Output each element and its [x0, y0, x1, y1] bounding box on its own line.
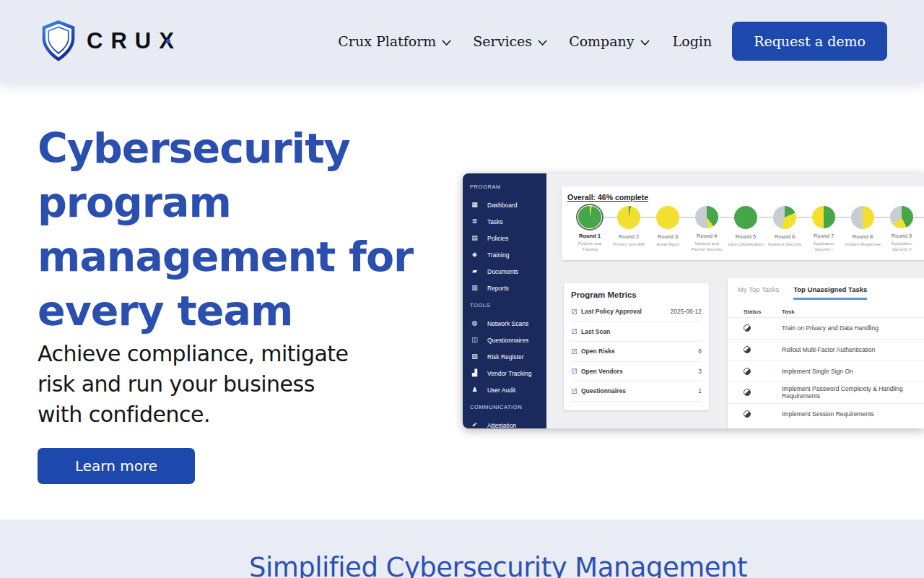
tasks-table-header: Status Task: [728, 306, 924, 317]
sidebar-section-tools: TOOLS: [463, 299, 546, 312]
sidebar-item-training[interactable]: ◈ Training: [463, 246, 546, 263]
sidebar-item-label: Risk Register: [487, 353, 524, 361]
column-task: Task: [782, 309, 924, 315]
login-link[interactable]: Login: [673, 33, 712, 49]
questionnaires-icon: ◫: [471, 337, 479, 343]
metric-label: Questionnaires: [581, 387, 626, 394]
section-title: Simplified Cybersecurity Management: [36, 552, 924, 578]
task-text: Implement Single Sign On: [782, 368, 924, 375]
round-4-pie-chart[interactable]: [695, 206, 718, 228]
hero-title-line: management for: [38, 230, 442, 284]
launch-icon: [571, 388, 578, 394]
task-row[interactable]: Train on Privacy and Data Handling: [728, 317, 924, 339]
training-icon: ◈: [471, 251, 479, 258]
round-subtitle: Policies and Training: [571, 241, 609, 252]
hero-subtitle-line: Achieve compliance, mitigate: [38, 339, 377, 369]
brand-logo[interactable]: CRUX: [40, 20, 182, 62]
round-9-pie-chart[interactable]: [890, 206, 913, 228]
status-in-progress-icon: [744, 346, 751, 353]
progress-card: Overall: 46% complete Round 1 Policies a…: [562, 186, 924, 260]
round-6-pie-chart[interactable]: [773, 206, 796, 229]
task-text: Rollout Multi-Factor Authentication: [782, 346, 924, 353]
nav-services-label: Services: [473, 33, 532, 49]
round-7-pie-chart[interactable]: [812, 206, 835, 228]
round-7: Round 7 Application Security I: [804, 206, 843, 252]
brand-dot: [166, 39, 170, 43]
nav-company-label: Company: [569, 33, 634, 49]
documents-icon: ▰: [471, 268, 479, 275]
task-text: Implement Session Requirements: [782, 410, 924, 418]
metric-row-last-policy-approval[interactable]: Last Policy Approval 2025-06-12: [571, 302, 702, 322]
round-5-pie-chart[interactable]: [734, 206, 757, 229]
sidebar-item-tasks[interactable]: ≣ Tasks: [463, 213, 546, 230]
metric-row-open-risks[interactable]: Open Risks 6: [571, 342, 702, 362]
task-row[interactable]: Implement Session Requirements: [728, 403, 924, 425]
tab-my-top-tasks[interactable]: My Top Tasks: [738, 285, 779, 300]
screenshot-sidebar: PROGRAM ▦ Dashboard ≣ Tasks ▤ Policies ◈…: [463, 173, 546, 428]
round-1-pie-chart[interactable]: [578, 206, 601, 228]
metric-row-open-vendors[interactable]: Open Vendors 3: [571, 362, 702, 382]
task-row[interactable]: Implement Password Complexity & Handling…: [728, 381, 924, 403]
metric-label: Open Risks: [581, 348, 615, 355]
round-subtitle: Asset Mgmt: [649, 241, 687, 247]
nav-crux-platform[interactable]: Crux Platform: [338, 33, 451, 49]
network-scans-icon: ◍: [471, 320, 479, 327]
hero-title-line: program: [38, 176, 442, 230]
sidebar-item-questionnaires[interactable]: ◫ Questionnaires: [463, 332, 546, 348]
hero-title-line: every team: [38, 284, 442, 338]
metric-label: Last Scan: [581, 328, 610, 335]
round-name: Round 8: [853, 233, 873, 240]
chevron-down-icon: [442, 40, 451, 46]
round-3: Round 3 Asset Mgmt: [648, 206, 687, 252]
sidebar-item-network-scans[interactable]: ◍ Network Scans: [463, 315, 546, 332]
status-in-progress-icon: [744, 368, 751, 375]
metric-value: 3: [698, 368, 702, 375]
metric-row-last-scan[interactable]: Last Scan: [571, 322, 702, 342]
overall-progress-label: Overall: 46% complete: [567, 193, 924, 202]
hero-subtitle: Achieve compliance, mitigate risk and ru…: [38, 339, 377, 430]
main-nav: Crux Platform Services Company Login Req…: [338, 22, 887, 61]
metric-value: 2025-06-12: [671, 308, 702, 315]
product-screenshot: PROGRAM ▦ Dashboard ≣ Tasks ▤ Policies ◈…: [463, 173, 924, 428]
request-demo-button[interactable]: Request a demo: [732, 22, 887, 61]
round-subtitle: Application Security I: [805, 241, 842, 252]
sidebar-section-communication: COMMUNICATION: [463, 401, 546, 414]
metric-row-questionnaires[interactable]: Questionnaires 1: [571, 381, 702, 402]
sidebar-item-dashboard[interactable]: ▦ Dashboard: [463, 197, 546, 213]
nav-services[interactable]: Services: [473, 33, 547, 49]
round-name: Round 7: [814, 233, 834, 239]
column-status: Status: [744, 309, 782, 315]
sidebar-item-attestation[interactable]: ✔ Attestation: [463, 417, 546, 428]
sidebar-item-label: User Audit: [487, 387, 515, 394]
task-row[interactable]: Implement Single Sign On: [728, 360, 924, 381]
round-subtitle: Network and Partner Security: [688, 241, 725, 252]
sidebar-item-risk-register[interactable]: ▧ Risk Register: [463, 348, 546, 365]
attestation-icon: ✔: [471, 422, 479, 428]
metric-value: 6: [698, 348, 702, 355]
hero-subtitle-line: with confidence.: [38, 400, 377, 430]
task-text: Implement Password Complexity & Handling…: [782, 385, 924, 400]
sidebar-item-user-audit[interactable]: ♟ User Audit: [463, 381, 546, 398]
learn-more-button[interactable]: Learn more: [38, 448, 195, 484]
sidebar-item-documents[interactable]: ▰ Documents: [463, 263, 546, 280]
user-audit-icon: ♟: [471, 387, 479, 393]
task-row[interactable]: Rollout Multi-Factor Authentication: [728, 339, 924, 361]
round-3-pie-chart[interactable]: [656, 206, 679, 229]
round-subtitle: Data Classification: [727, 241, 764, 247]
sidebar-item-vendor-tracking[interactable]: ▟ Vendor Tracking: [463, 365, 546, 381]
round-subtitle: Application Security II: [883, 241, 920, 252]
section-simplified-management: Simplified Cybersecurity Management: [0, 519, 924, 578]
round-name: Round 4: [697, 233, 717, 239]
nav-company[interactable]: Company: [569, 33, 649, 49]
status-in-progress-icon: [744, 389, 751, 396]
sidebar-item-policies[interactable]: ▤ Policies: [463, 230, 546, 246]
tab-top-unassigned-tasks[interactable]: Top Unassigned Tasks: [793, 285, 867, 300]
task-text: Train on Privacy and Data Handling: [782, 324, 924, 332]
sidebar-item-label: Documents: [487, 268, 518, 275]
round-5: Round 5 Data Classification: [726, 206, 765, 252]
program-metrics-card: Program Metrics Last Policy Approval 202…: [564, 283, 709, 410]
round-2-pie-chart[interactable]: [617, 206, 640, 229]
sidebar-item-reports[interactable]: ▥ Reports: [463, 280, 546, 296]
launch-icon: [571, 348, 578, 355]
round-8-pie-chart[interactable]: [851, 206, 874, 229]
